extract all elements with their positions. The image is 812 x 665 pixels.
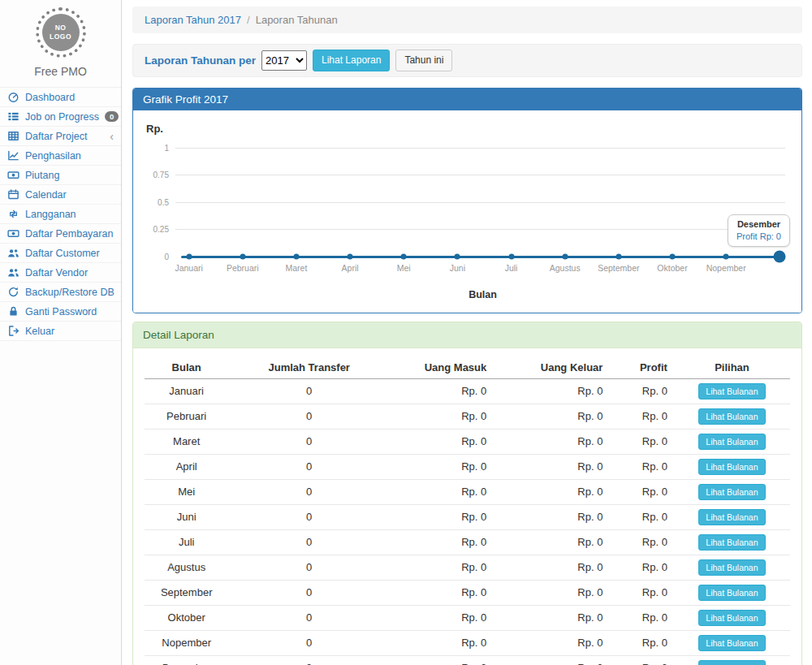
- cell-month: Oktober: [145, 605, 228, 630]
- sidebar-item-label: Daftar Vendor: [25, 267, 88, 279]
- tahun-ini-button[interactable]: Tahun ini: [395, 50, 452, 71]
- table-row: Nopember0Rp. 0Rp. 0Rp. 0Lihat Bulanan: [145, 630, 790, 655]
- lihat-laporan-button[interactable]: Lihat Laporan: [313, 50, 390, 71]
- cell-profit: Rp. 0: [609, 605, 674, 630]
- profit-chart-panel: Grafik Profit 2017 Rp. 10.750.50.250Janu…: [132, 88, 802, 313]
- cell-uang-keluar: Rp. 0: [493, 429, 609, 454]
- lihat-bulanan-button[interactable]: Lihat Bulanan: [698, 383, 765, 399]
- lihat-bulanan-button[interactable]: Lihat Bulanan: [698, 534, 765, 551]
- lihat-bulanan-button[interactable]: Lihat Bulanan: [698, 509, 765, 525]
- cell-month: Nopember: [145, 630, 228, 655]
- x-tick-label: Januari: [175, 263, 202, 273]
- sidebar-item-label: Backup/Restore DB: [25, 287, 114, 298]
- app-wrapper: NO LOGO Free PMO DashboardJob on Progres…: [0, 0, 812, 665]
- sidebar-item-piutang[interactable]: Piutang: [0, 166, 121, 185]
- cell-pilihan: Lihat Bulanan: [674, 555, 790, 580]
- lihat-bulanan-button[interactable]: Lihat Bulanan: [698, 408, 765, 425]
- data-point-september[interactable]: [615, 254, 621, 260]
- sidebar-item-backup-restore-db[interactable]: Backup/Restore DB: [0, 283, 121, 302]
- lihat-bulanan-button[interactable]: Lihat Bulanan: [698, 559, 765, 576]
- table-row: Maret0Rp. 0Rp. 0Rp. 0Lihat Bulanan: [145, 429, 790, 454]
- tooltip-profit-value: Profit Rp: 0: [736, 231, 781, 241]
- lihat-bulanan-button[interactable]: Lihat Bulanan: [698, 459, 765, 475]
- cell-profit: Rp. 0: [609, 479, 674, 504]
- cell-pilihan: Lihat Bulanan: [674, 429, 790, 454]
- cell-uang-keluar: Rp. 0: [493, 555, 609, 580]
- cell-uang-masuk: Rp. 0: [390, 655, 493, 665]
- sidebar-item-label: Daftar Customer: [25, 248, 100, 259]
- cell-uang-keluar: Rp. 0: [493, 454, 609, 479]
- cell-pilihan: Lihat Bulanan: [674, 454, 790, 479]
- x-tick-label: Maret: [286, 263, 308, 273]
- sidebar-item-daftar-vendor[interactable]: Daftar Vendor: [0, 263, 121, 283]
- sidebar-item-daftar-project[interactable]: Daftar Project‹: [0, 127, 121, 146]
- logo-area: NO LOGO Free PMO: [0, 0, 121, 87]
- sidebar-item-calendar[interactable]: Calendar: [0, 185, 121, 205]
- year-select[interactable]: 2017: [261, 50, 307, 71]
- lihat-bulanan-button[interactable]: Lihat Bulanan: [698, 660, 765, 665]
- breadcrumb-separator: /: [247, 14, 250, 26]
- cell-profit: Rp. 0: [609, 454, 674, 479]
- detail-body: BulanJumlah TransferUang MasukUang Kelua…: [133, 348, 801, 665]
- data-point-april[interactable]: [348, 254, 353, 260]
- cell-jumlah-transfer: 0: [228, 454, 390, 479]
- lock-icon: [7, 305, 19, 317]
- data-point-juli[interactable]: [508, 254, 514, 260]
- cell-profit: Rp. 0: [609, 630, 674, 655]
- no-logo-badge: NO LOGO: [36, 7, 86, 58]
- table-row: Juni0Rp. 0Rp. 0Rp. 0Lihat Bulanan: [145, 504, 790, 529]
- y-axis-label: Rp.: [146, 123, 790, 135]
- data-point-oktober[interactable]: [669, 254, 675, 260]
- cell-uang-keluar: Rp. 0: [493, 605, 609, 630]
- breadcrumb-link[interactable]: Laporan Tahun 2017: [145, 14, 241, 26]
- column-header-uang-keluar: Uang Keluar: [493, 356, 609, 379]
- cell-profit: Rp. 0: [609, 655, 674, 665]
- lihat-bulanan-button[interactable]: Lihat Bulanan: [698, 610, 765, 626]
- y-tick-label: 1: [145, 143, 169, 152]
- cell-profit: Rp. 0: [609, 504, 674, 529]
- sidebar-item-ganti-password[interactable]: Ganti Password: [0, 302, 121, 322]
- cell-jumlah-transfer: 0: [228, 555, 390, 580]
- data-point-nopember[interactable]: [723, 254, 729, 260]
- sidebar-item-daftar-pembayaran[interactable]: Daftar Pembayaran: [0, 224, 121, 244]
- data-point-maret[interactable]: [293, 254, 299, 260]
- x-tick-label: April: [342, 263, 359, 273]
- sidebar-item-label: Ganti Password: [25, 306, 97, 317]
- data-point-pebruari[interactable]: [240, 254, 245, 260]
- users-icon: [7, 247, 19, 259]
- cell-jumlah-transfer: 0: [228, 580, 390, 605]
- lihat-bulanan-button[interactable]: Lihat Bulanan: [698, 585, 765, 601]
- data-point-januari[interactable]: [186, 254, 192, 260]
- breadcrumb-current: Laporan Tahunan: [256, 14, 338, 26]
- no-logo-text: NO LOGO: [42, 14, 80, 51]
- lihat-bulanan-button[interactable]: Lihat Bulanan: [698, 484, 765, 500]
- sidebar-item-daftar-customer[interactable]: Daftar Customer: [0, 244, 121, 263]
- cell-uang-keluar: Rp. 0: [493, 479, 609, 504]
- data-point-mei[interactable]: [401, 254, 407, 260]
- lihat-bulanan-button[interactable]: Lihat Bulanan: [698, 434, 765, 450]
- detail-panel-title: Detail Laporan: [133, 322, 801, 348]
- table-header-row: BulanJumlah TransferUang MasukUang Kelua…: [145, 356, 790, 379]
- page: NO LOGO Free PMO DashboardJob on Progres…: [0, 0, 812, 665]
- cell-jumlah-transfer: 0: [228, 378, 390, 404]
- cell-uang-masuk: Rp. 0: [390, 404, 493, 429]
- cell-uang-keluar: Rp. 0: [493, 529, 609, 555]
- data-point-desember[interactable]: [774, 251, 786, 263]
- sign-out-icon: [7, 325, 19, 337]
- money-icon: [7, 169, 19, 181]
- gridline: [175, 229, 785, 230]
- sidebar-item-job-on-progress[interactable]: Job on Progress0: [0, 107, 121, 127]
- sidebar-item-penghasilan[interactable]: Penghasilan: [0, 146, 121, 166]
- lihat-bulanan-button[interactable]: Lihat Bulanan: [698, 635, 765, 651]
- cell-pilihan: Lihat Bulanan: [674, 479, 790, 504]
- cell-month: Juni: [145, 504, 228, 529]
- sidebar-item-langganan[interactable]: Langganan: [0, 205, 121, 224]
- sidebar-item-dashboard[interactable]: Dashboard: [0, 88, 121, 107]
- data-point-juni[interactable]: [455, 254, 460, 260]
- cell-month: Desember: [145, 655, 228, 665]
- sidebar-item-keluar[interactable]: Keluar: [0, 322, 121, 341]
- data-point-agustus[interactable]: [562, 254, 568, 260]
- sidebar-item-label: Dashboard: [25, 92, 75, 103]
- cell-pilihan: Lihat Bulanan: [674, 504, 790, 529]
- cell-month: Januari: [145, 378, 228, 404]
